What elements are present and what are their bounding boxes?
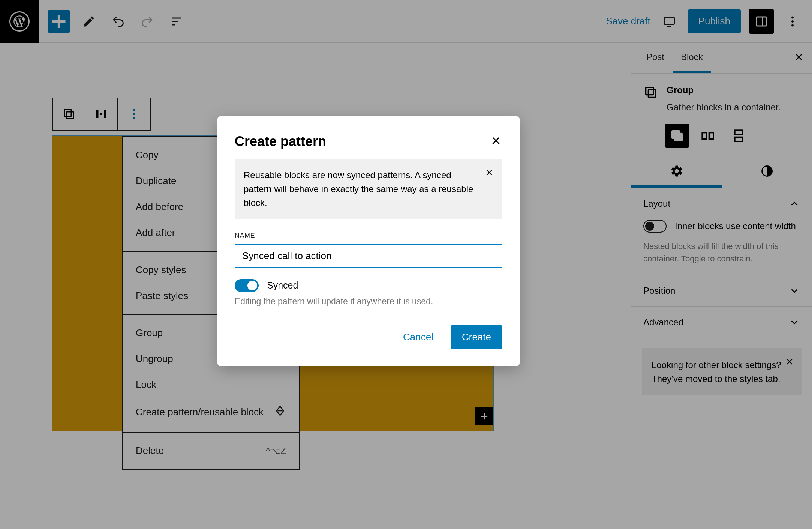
name-field-label: NAME xyxy=(235,232,502,240)
create-pattern-modal: Create pattern Reusable blocks are now s… xyxy=(217,116,520,366)
modal-info-notice: Reusable blocks are now synced patterns.… xyxy=(235,159,502,219)
pattern-name-input[interactable] xyxy=(235,244,502,268)
create-button[interactable]: Create xyxy=(451,325,502,349)
modal-info-text: Reusable blocks are now synced patterns.… xyxy=(244,170,473,208)
dismiss-modal-notice-icon[interactable] xyxy=(484,167,494,181)
synced-help-text: Editing the pattern will update it anywh… xyxy=(235,296,502,307)
cancel-button[interactable]: Cancel xyxy=(393,325,443,349)
modal-title: Create pattern xyxy=(235,134,326,149)
close-modal-icon[interactable] xyxy=(490,134,502,149)
synced-toggle-label: Synced xyxy=(267,280,298,291)
synced-toggle[interactable] xyxy=(235,279,259,292)
